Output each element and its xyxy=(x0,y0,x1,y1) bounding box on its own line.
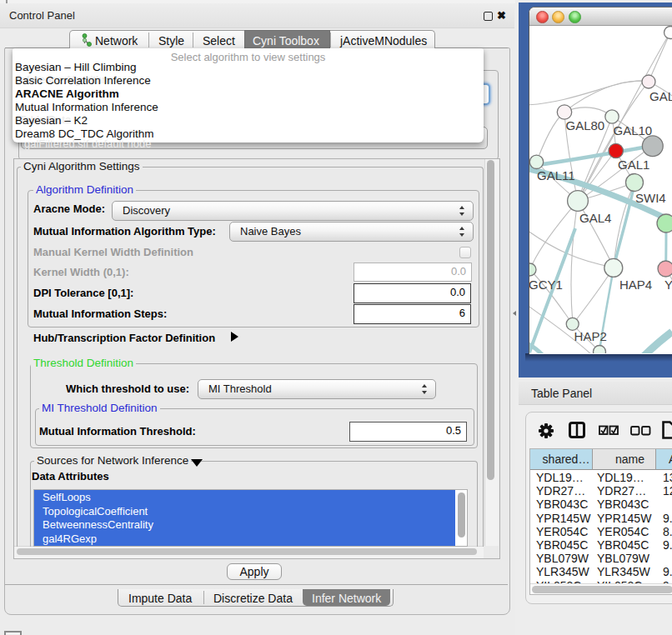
svg-text:GAL7: GAL7 xyxy=(649,89,672,103)
svg-text:GAL11: GAL11 xyxy=(537,168,575,182)
svg-text:HAP4: HAP4 xyxy=(619,278,652,292)
svg-text:HAP2: HAP2 xyxy=(574,329,607,343)
svg-text:GAL10: GAL10 xyxy=(614,123,653,138)
svg-text:GAL1: GAL1 xyxy=(618,158,649,172)
svg-text:YM: YM xyxy=(664,278,672,292)
svg-text:SWI4: SWI4 xyxy=(635,191,666,205)
svg-text:GAL80: GAL80 xyxy=(566,118,605,132)
svg-text:GAL4: GAL4 xyxy=(579,211,611,225)
svg-text:GCY1: GCY1 xyxy=(529,278,563,292)
